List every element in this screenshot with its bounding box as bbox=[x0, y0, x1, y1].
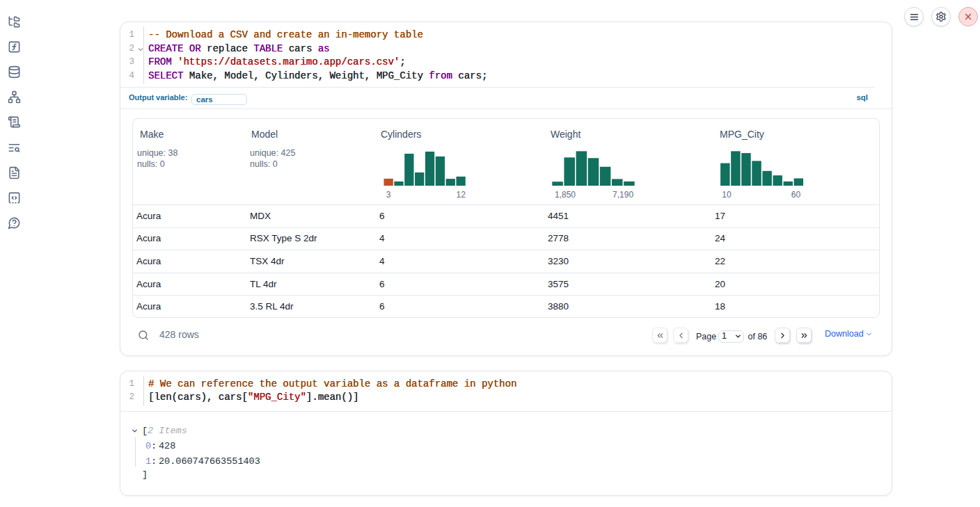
svg-text:10: 10 bbox=[722, 190, 732, 200]
svg-text:7,190: 7,190 bbox=[612, 190, 633, 200]
svg-text:60: 60 bbox=[791, 190, 801, 200]
svg-text:3: 3 bbox=[386, 190, 391, 200]
svg-text:1,850: 1,850 bbox=[555, 190, 576, 200]
svg-text:12: 12 bbox=[457, 190, 466, 200]
